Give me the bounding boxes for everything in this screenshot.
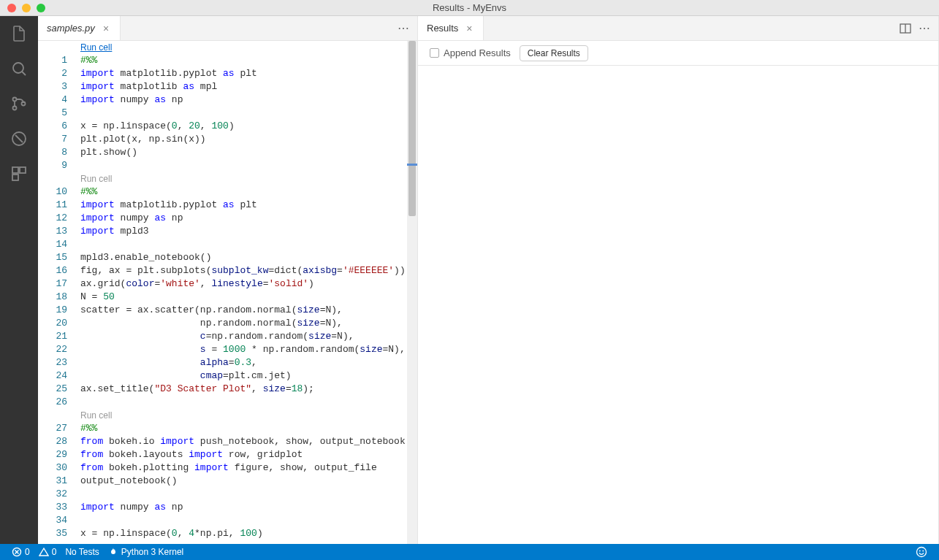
run-cell-lens[interactable]: Run cell	[80, 41, 411, 54]
status-warnings[interactable]: 0	[34, 544, 61, 560]
warning-icon	[39, 547, 49, 557]
code-line[interactable]: from bokeh.layouts import row, gridplot	[80, 448, 411, 461]
minimize-window-button[interactable]	[22, 4, 31, 12]
code-line[interactable]: import numpy as np	[80, 501, 411, 514]
line-number: 7	[38, 133, 67, 146]
line-number: 20	[38, 317, 67, 330]
code-line[interactable]: import numpy as np	[80, 212, 411, 225]
tab-results[interactable]: Results ×	[418, 16, 484, 40]
code-line[interactable]: c=np.random.random(size=N),	[80, 330, 411, 343]
code-content[interactable]: Run cell#%%import matplotlib.pyplot as p…	[80, 41, 417, 544]
line-number: 12	[38, 212, 67, 225]
run-cell-lens[interactable]: Run cell	[80, 409, 411, 422]
line-number-gutter: 1234567891011121314151617181920212223242…	[38, 41, 80, 544]
status-feedback[interactable]	[911, 546, 932, 558]
code-line[interactable]: import numpy as np	[80, 93, 411, 107]
right-results-panel: Results × ⋯ Append Results Clear Results	[418, 16, 939, 544]
results-content-area	[418, 66, 938, 544]
code-line[interactable]	[80, 107, 411, 120]
checkbox-label: Append Results	[444, 47, 511, 58]
more-actions-icon[interactable]: ⋯	[919, 21, 931, 35]
scrollbar-thumb[interactable]	[408, 41, 416, 216]
code-line[interactable]: cmap=plt.cm.jet)	[80, 369, 411, 383]
code-line[interactable]: fig, ax = plt.subplots(subplot_kw=dict(a…	[80, 264, 411, 277]
code-line[interactable]	[80, 396, 411, 409]
search-icon[interactable]	[9, 58, 29, 79]
more-actions-icon[interactable]: ⋯	[398, 21, 410, 35]
code-line[interactable]: ax.grid(color='white', linestyle='solid'…	[80, 277, 411, 291]
status-errors[interactable]: 0	[7, 544, 34, 560]
close-icon[interactable]: ×	[101, 23, 111, 34]
code-line[interactable]: import mpld3	[80, 225, 411, 238]
svg-point-16	[919, 551, 921, 552]
tab-label: samples.py	[47, 23, 95, 34]
svg-point-0	[13, 63, 23, 73]
code-line[interactable]	[80, 238, 411, 251]
code-line[interactable]: scatter = ax.scatter(np.random.normal(si…	[80, 304, 411, 317]
explorer-icon[interactable]	[9, 23, 29, 44]
append-results-checkbox[interactable]: Append Results	[430, 47, 511, 58]
code-line[interactable]: mpld3.enable_notebook()	[80, 251, 411, 264]
line-number: 5	[38, 107, 67, 120]
code-line[interactable]: #%%	[80, 185, 411, 199]
right-tab-actions: ⋯	[900, 16, 938, 40]
code-line[interactable]: plt.show()	[80, 146, 411, 159]
code-line[interactable]	[80, 488, 411, 501]
svg-point-3	[13, 107, 17, 110]
code-line[interactable]: import matplotlib.pyplot as plt	[80, 67, 411, 80]
run-cell-lens[interactable]: Run cell	[80, 172, 411, 185]
line-number: 32	[38, 488, 67, 501]
line-number: 31	[38, 475, 67, 488]
code-line[interactable]: alpha=0.3,	[80, 356, 411, 369]
code-line[interactable]: s = 1000 * np.random.random(size=N),	[80, 343, 411, 356]
tab-samples-py[interactable]: samples.py ×	[38, 16, 121, 40]
code-line[interactable]: np.random.normal(size=N),	[80, 317, 411, 330]
svg-line-1	[22, 72, 26, 75]
right-tab-bar: Results × ⋯	[418, 16, 938, 41]
line-number: 14	[38, 238, 67, 251]
traffic-lights	[0, 4, 45, 12]
scroll-marker	[407, 164, 417, 166]
code-line[interactable]: import matplotlib as mpl	[80, 80, 411, 93]
window-title: Results - MyEnvs	[433, 2, 506, 13]
code-editor[interactable]: 1234567891011121314151617181920212223242…	[38, 41, 417, 544]
maximize-window-button[interactable]	[37, 4, 45, 12]
line-number: 25	[38, 383, 67, 396]
code-line[interactable]: plt.plot(x, np.sin(x))	[80, 133, 411, 146]
svg-rect-7	[12, 167, 18, 173]
status-tests[interactable]: No Tests	[61, 544, 103, 560]
line-number: 18	[38, 291, 67, 304]
extensions-icon[interactable]	[9, 164, 29, 184]
error-icon	[12, 547, 22, 557]
line-number: 9	[38, 159, 67, 172]
code-line[interactable]: output_notebook()	[80, 475, 411, 488]
code-line[interactable]: ax.set_title("D3 Scatter Plot", size=18)…	[80, 383, 411, 396]
code-line[interactable]: import matplotlib.pyplot as plt	[80, 199, 411, 212]
code-line[interactable]: N = 50	[80, 291, 411, 304]
svg-rect-9	[12, 174, 18, 180]
code-line[interactable]	[80, 159, 411, 172]
vertical-scrollbar[interactable]	[407, 41, 417, 544]
line-number: 8	[38, 146, 67, 159]
line-number: 35	[38, 527, 67, 540]
code-line[interactable]: x = np.linspace(0, 20, 100)	[80, 120, 411, 133]
svg-point-2	[13, 98, 17, 101]
results-toolbar: Append Results Clear Results	[418, 41, 938, 66]
code-line[interactable]: from bokeh.io import push_notebook, show…	[80, 435, 411, 448]
code-line[interactable]: #%%	[80, 54, 411, 67]
code-line[interactable]	[80, 514, 411, 527]
split-editor-icon[interactable]	[900, 23, 911, 34]
debug-icon[interactable]	[9, 129, 29, 149]
svg-rect-8	[20, 167, 26, 173]
line-number: 26	[38, 396, 67, 409]
code-line[interactable]: from bokeh.plotting import figure, show,…	[80, 461, 411, 475]
clear-results-button[interactable]: Clear Results	[520, 45, 588, 61]
status-kernel[interactable]: Python 3 Kernel	[104, 544, 188, 560]
code-line[interactable]: x = np.linspace(0, 4*np.pi, 100)	[80, 527, 411, 540]
close-window-button[interactable]	[7, 4, 16, 12]
close-icon[interactable]: ×	[464, 23, 474, 34]
source-control-icon[interactable]	[9, 93, 29, 114]
line-number: 3	[38, 80, 67, 93]
code-line[interactable]: #%%	[80, 422, 411, 435]
line-number: 24	[38, 369, 67, 383]
